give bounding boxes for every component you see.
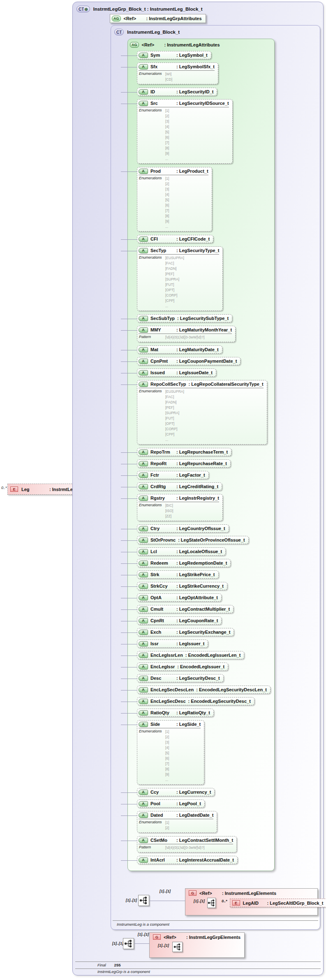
- enum-value: [SUPRA]: [165, 277, 184, 282]
- attribute-type: : LegContractSettlMonth_t: [176, 837, 233, 843]
- attribute-side[interactable]: ASide: LegSide_tEnumerations[1][2][3][4]…: [137, 720, 204, 785]
- attribute-header: AStrkCcy: LegStrikeCurrency_t: [139, 583, 224, 589]
- attribute-header: ACmult: LegContractMultiplier_t: [139, 606, 230, 612]
- attribute-pool[interactable]: APool: LegPool_t: [137, 799, 205, 808]
- inner-title-text: InstrumentLeg_Block_t: [127, 30, 180, 35]
- attribute-type: : LegSecuritySubType_t: [177, 315, 229, 321]
- attribute-storprovnc[interactable]: AStOrProvnc: LegStateOrProvinceOfIssue_t: [137, 536, 249, 544]
- attribute-cpnpmt[interactable]: ACpnPmt: LegCouponPaymentDate_t: [137, 357, 240, 365]
- attribute-name: Lcl: [150, 549, 174, 554]
- attribute-header: ADated: LegDatedDate_t: [139, 812, 213, 818]
- enum-value: [ISO]: [165, 508, 173, 514]
- group-instrmtleggrpelements[interactable]: G <Ref> : InstrmtLegGrpElements [1]..[1]: [149, 932, 245, 958]
- attribute-issued[interactable]: AIssued: LegIssueDate_t: [137, 368, 216, 377]
- attribute-name: SecTyp: [150, 248, 174, 253]
- attribute-type: : LegSecurityIDSource_t: [176, 100, 229, 106]
- attribute-header: ACcy: LegCurrency_t: [139, 789, 211, 795]
- attribute-rgstry[interactable]: ARgstry: LegInstrRegistry_tEnumerations[…: [137, 494, 223, 521]
- group-instrumentlegelements[interactable]: G <Ref> : InstrumentLegElements [1]..[1]…: [185, 888, 318, 915]
- attribute-icon: A: [139, 687, 148, 693]
- attribute-ctry[interactable]: ACtry: LegCountryOfIssue_t: [137, 524, 229, 533]
- sequence-icon[interactable]: [123, 938, 134, 949]
- attribute-enclegsecdesclen[interactable]: AEncLegSecDescLen: EncodedLegSecurityDes…: [137, 686, 271, 694]
- sequence-icon[interactable]: [172, 942, 183, 952]
- enum-value: [ZZ]: [165, 514, 173, 519]
- attribute-src[interactable]: ASrc: LegSecurityIDSource_tEnumerations[…: [137, 99, 233, 164]
- attribute-opta[interactable]: AOptA: LegOptAttribute_t: [137, 593, 222, 602]
- attribute-enclegissr[interactable]: AEncLegIssr: EncodedLegIssuer_t: [137, 663, 228, 671]
- attribute-name: Ccy: [150, 789, 174, 795]
- attribute-issr[interactable]: AIssr: LegIssuer_t: [137, 639, 208, 648]
- attribute-icon: A: [139, 710, 148, 716]
- attribute-name: CFI: [150, 236, 174, 242]
- enum-value: [OPT]: [165, 287, 184, 293]
- attribute-name: RepoTrm: [150, 449, 174, 455]
- group-icon: G: [153, 934, 161, 940]
- complex-type-instrmtleggrp[interactable]: CT⊕ InstrmtLegGrp_Block_t : InstrumentLe…: [72, 2, 324, 975]
- attribute-enclegissrlen[interactable]: AEncLegIssrLen: EncodedLegIssuerLen_t: [137, 651, 244, 659]
- enum-value: ...: [165, 224, 169, 229]
- attribute-icon: A: [139, 370, 148, 375]
- attribute-icon: A: [139, 838, 148, 843]
- attribute-csetmo[interactable]: ACSetMo: LegContractSettlMonth_tPattern[…: [137, 836, 237, 853]
- attribute-mat[interactable]: AMat: LegMaturityDate_t: [137, 345, 222, 354]
- attribute-lcl[interactable]: ALcl: LegLocaleOfIssue_t: [137, 547, 226, 556]
- attribute-intacrl[interactable]: AIntAcrl: LegInterestAccrualDate_t: [137, 856, 238, 864]
- sequence-icon[interactable]: [138, 895, 149, 906]
- element-legaid-type: : LegSecAltIDGrp_Block_t: [267, 901, 324, 906]
- attribute-report[interactable]: ARepoRt: LegRepurchaseRate_t: [137, 459, 231, 468]
- attribute-cmult[interactable]: ACmult: LegContractMultiplier_t: [137, 605, 234, 613]
- enum-value: [FADN]: [165, 266, 184, 271]
- attribute-strk[interactable]: AStrk: LegStrikePrice_t: [137, 570, 219, 579]
- attribute-dated[interactable]: ADated: LegDatedDate_tEnumerations[1][2]: [137, 811, 217, 833]
- attribute-header: ACSetMo: LegContractSettlMonth_t: [139, 837, 233, 843]
- facet-label: Enumerations: [139, 176, 165, 229]
- enum-value: [7]: [165, 208, 169, 213]
- facet-values: [1][2]: [165, 820, 169, 831]
- outer-title-row: CT⊕ InstrmtLegGrp_Block_t : InstrumentLe…: [73, 2, 323, 14]
- attribute-strkccy[interactable]: AStrkCcy: LegStrikeCurrency_t: [137, 582, 227, 590]
- attribute-repocollsectyp[interactable]: ARepoCollSecTyp: LegRepoCollateralSecuri…: [137, 380, 267, 445]
- attribute-repotrm[interactable]: ARepoTrm: LegRepurchaseTerm_t: [137, 448, 231, 456]
- attr-group-ref-instrmtleggrp[interactable]: AG <Ref> : InstrmtLegGrpAttributes: [110, 14, 206, 23]
- attribute-icon: A: [139, 496, 148, 501]
- attribute-icon: A: [139, 813, 148, 818]
- attribute-header: ASecTyp: LegSecurityType_t: [139, 248, 219, 253]
- attribute-fctr[interactable]: AFctr: LegFactor_t: [137, 471, 209, 479]
- attribute-name: OptA: [150, 595, 174, 600]
- attribute-id[interactable]: AID: LegSecurityID_t: [137, 88, 217, 96]
- attribute-redeem[interactable]: ARedeem: LegRedemptionDate_t: [137, 559, 231, 567]
- attribute-crdrtg[interactable]: ACrdRtg: LegCreditRating_t: [137, 482, 222, 491]
- attribute-cpnrt[interactable]: ACpnRt: LegCouponRate_t: [137, 616, 222, 625]
- enum-value: [CPP]: [165, 432, 184, 437]
- pattern-value: [\d{4}(0|1)\d([0-3wW]\d)?]: [165, 335, 204, 340]
- element-legaid[interactable]: E LegAID : LegSecAltIDGrp_Block_t +: [230, 899, 326, 907]
- attribute-ratioqty[interactable]: ARatioQty: LegRatioQty_t: [137, 709, 214, 717]
- attribute-name: Sym: [150, 52, 174, 58]
- attribute-sfx[interactable]: ASfx: LegSymbolSfx_tEnumerations[WI][CD]: [137, 63, 218, 84]
- attribute-secsubtyp[interactable]: ASecSubTyp: LegSecuritySubType_t: [137, 314, 232, 322]
- ref-type: : InstrmtLegGrpAttributes: [146, 16, 202, 21]
- attribute-group-instrumentlegattributes[interactable]: AG <Ref> : InstrumentLegAttributes ASym:…: [127, 39, 275, 871]
- attribute-type: : LegMaturityDate_t: [176, 347, 219, 352]
- sequence-icon[interactable]: [207, 898, 216, 908]
- attribute-enclegsecdesc[interactable]: AEncLegSecDesc: EncodedLegSecurityDesc_t: [137, 697, 254, 705]
- attribute-sym[interactable]: ASym: LegSymbol_t: [137, 51, 211, 59]
- complex-type-instrumentleg[interactable]: CT InstrumentLeg_Block_t AG <Ref> : Inst…: [111, 25, 320, 930]
- attribute-type: : LegSecurityType_t: [176, 248, 219, 253]
- attribute-icon: A: [139, 248, 148, 253]
- attribute-name: Pool: [150, 801, 174, 806]
- final-label: Final: [97, 963, 106, 967]
- attribute-exch[interactable]: AExch: LegSecurityExchange_t: [137, 628, 234, 636]
- attribute-cfi[interactable]: ACFI: LegCFICode_t: [137, 235, 213, 243]
- attribute-ccy[interactable]: ACcy: LegCurrency_t: [137, 788, 215, 796]
- attribute-type: : LegSymbol_t: [176, 52, 208, 58]
- attribute-icon: A: [139, 595, 148, 600]
- attribute-sectyp[interactable]: ASecTyp: LegSecurityType_tEnumerations[E…: [137, 246, 223, 311]
- attribute-prod[interactable]: AProd: LegProduct_tEnumerations[1][2][3]…: [137, 167, 212, 232]
- group-header: G <Ref> : InstrmtLegGrpElements: [153, 934, 241, 940]
- attribute-mmy[interactable]: AMMY: LegMaturityMonthYear_tPattern[\d{4…: [137, 326, 236, 342]
- attribute-header: AEncLegSecDesc: EncodedLegSecurityDesc_t: [139, 698, 251, 704]
- enumerations-facet: Enumerations[EUSUPRA][FAC][FADN][PEF][SU…: [139, 254, 219, 310]
- attribute-desc[interactable]: ADesc: LegSecurityDesc_t: [137, 674, 224, 682]
